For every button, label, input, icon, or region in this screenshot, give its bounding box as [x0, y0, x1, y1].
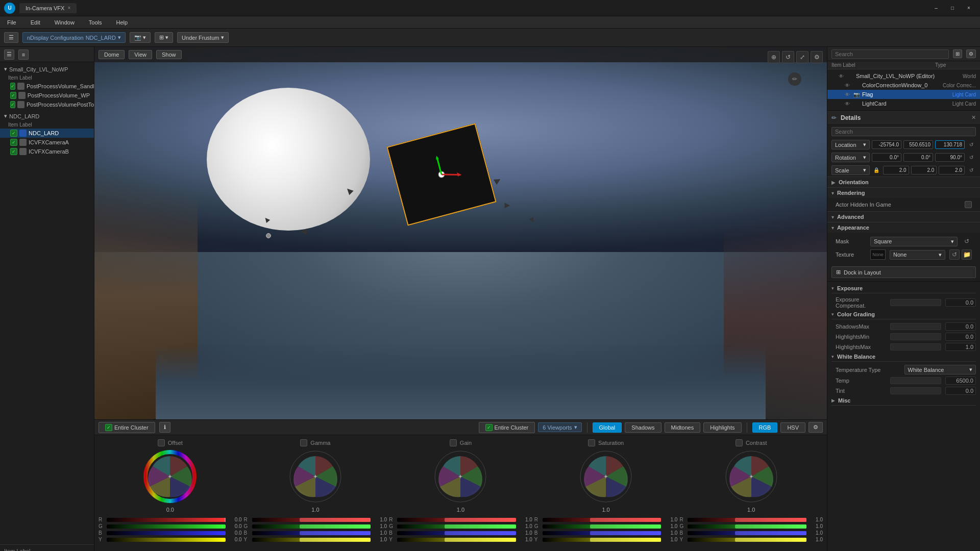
- eye-ccw[interactable]: 👁: [844, 82, 851, 89]
- sidebar-toggle-button[interactable]: ☰: [4, 32, 18, 43]
- viewport-area[interactable]: Dome View Show ⊕ ↺ ⤢ ⚙: [94, 47, 827, 419]
- sat-b-track[interactable]: [543, 531, 662, 535]
- tree-item-ndclard[interactable]: ✓ NDC_LARD: [0, 129, 94, 138]
- rendering-section-row[interactable]: ▾ Rendering: [827, 187, 980, 198]
- texture-refresh-button[interactable]: ↺: [949, 249, 960, 260]
- dome-button[interactable]: Dome: [99, 50, 125, 59]
- tab-close-icon[interactable]: ×: [67, 5, 70, 11]
- viewport-icon-expand[interactable]: ⤢: [796, 51, 808, 63]
- ndisplay-config-button[interactable]: nDisplay Configuration NDC_LARD ▾: [22, 32, 126, 43]
- scale-x-input[interactable]: [883, 166, 909, 174]
- rotation-reset-button[interactable]: ↺: [967, 153, 976, 162]
- gamma-b-track[interactable]: [252, 531, 371, 535]
- contrast-checkbox[interactable]: [736, 439, 743, 446]
- contrast-y-track[interactable]: [688, 538, 806, 542]
- minimize-button[interactable]: –: [929, 3, 943, 13]
- cam-flag[interactable]: 📷: [853, 91, 860, 98]
- contrast-b-track[interactable]: [688, 531, 806, 535]
- contrast-r-track[interactable]: [688, 518, 806, 522]
- viewport-count-button[interactable]: 6 Viewports ▾: [538, 422, 581, 432]
- scale-lock-button[interactable]: 🔒: [872, 166, 881, 175]
- offset-r-track[interactable]: [107, 518, 226, 522]
- orientation-section-row[interactable]: ▶ Orientation: [827, 177, 980, 187]
- tab-global[interactable]: Global: [593, 422, 622, 433]
- viewport-cluster-checkbox[interactable]: ✓: [485, 424, 493, 431]
- shadows-max-bar[interactable]: [890, 323, 942, 330]
- entire-cluster-button[interactable]: ✓ Entire Cluster: [99, 422, 155, 433]
- temperature-type-dropdown[interactable]: White Balance ▾: [904, 365, 976, 374]
- appearance-section-row[interactable]: ▾ Appearance: [827, 222, 980, 233]
- exposure-comp-bar[interactable]: [890, 299, 942, 306]
- highlights-min-bar[interactable]: [890, 333, 942, 340]
- menu-tools[interactable]: Tools: [86, 18, 105, 27]
- cam-ccw[interactable]: [853, 82, 860, 89]
- dock-layout-button[interactable]: ⊞ Dock in Layout: [831, 266, 976, 278]
- scale-dropdown[interactable]: Scale ▾: [831, 165, 870, 175]
- camera-config-button[interactable]: 📷 ▾: [130, 32, 151, 43]
- highlights-max-bar[interactable]: [890, 343, 942, 350]
- texture-browse-button[interactable]: 📁: [962, 249, 972, 260]
- gain-b-track[interactable]: [397, 531, 516, 535]
- tree-item-ppvolume3[interactable]: ✓ PostProcessVolumePostTog: [0, 100, 94, 109]
- gain-checkbox[interactable]: [450, 439, 457, 446]
- offset-g-track[interactable]: [107, 524, 226, 529]
- left-panel-toggle[interactable]: ☰: [4, 49, 14, 60]
- outliner-row-lightcard[interactable]: 👁 LightCard Light Card: [827, 99, 980, 108]
- viewport-icon-refresh[interactable]: ↺: [782, 51, 794, 63]
- left-panel-settings[interactable]: ≡: [18, 49, 29, 60]
- eye-flag[interactable]: 👁: [844, 91, 851, 98]
- tint-bar[interactable]: [890, 387, 942, 394]
- frustum-button[interactable]: Under Frustum ▾: [177, 32, 229, 43]
- app-tab[interactable]: In-Camera VFX ×: [19, 3, 77, 13]
- tree-item-ppvolume2[interactable]: ✓ PostProcessVolume_WP: [0, 91, 94, 100]
- view-button[interactable]: View: [129, 50, 152, 59]
- white-balance-section-header[interactable]: ▾ White Balance: [831, 352, 976, 362]
- rotation-dropdown[interactable]: Rotation ▾: [831, 153, 870, 162]
- checkbox-icvfxa[interactable]: ✓: [10, 139, 17, 146]
- mask-dropdown[interactable]: Square ▾: [870, 237, 958, 246]
- close-button[interactable]: ×: [962, 3, 976, 13]
- tab-shadows[interactable]: Shadows: [625, 422, 661, 433]
- hsv-button[interactable]: HSV: [780, 422, 805, 433]
- tab-highlights[interactable]: Highlights: [703, 422, 741, 433]
- tree-item-icvfxb[interactable]: ✓ ICVFXCameraB: [0, 147, 94, 156]
- gain-y-track[interactable]: [397, 538, 516, 542]
- offset-checkbox[interactable]: [158, 439, 165, 446]
- outliner-view-button[interactable]: ⊞: [953, 49, 962, 58]
- details-close-button[interactable]: ✕: [971, 114, 976, 121]
- scale-reset-button[interactable]: ↺: [967, 166, 976, 175]
- rotation-y-input[interactable]: [903, 153, 933, 162]
- outliner-settings-button[interactable]: ⚙: [966, 49, 976, 58]
- location-dropdown[interactable]: Location ▾: [831, 140, 870, 149]
- gamma-r-track[interactable]: [252, 518, 371, 522]
- scale-z-input[interactable]: [939, 166, 965, 174]
- gamma-checkbox[interactable]: [300, 439, 307, 446]
- sat-g-track[interactable]: [543, 524, 662, 529]
- pen-icon-overlay[interactable]: ✏: [788, 72, 801, 86]
- viewport-cluster-btn[interactable]: ✓ Entire Cluster: [479, 422, 535, 433]
- cam-lightcard[interactable]: [853, 100, 860, 107]
- viewport-icon-settings[interactable]: ⚙: [811, 51, 823, 63]
- tree-section-header-smallcity[interactable]: ▾ Small_City_LVL_NoWP: [0, 64, 94, 74]
- rgb-button[interactable]: RGB: [752, 422, 778, 433]
- contrast-g-track[interactable]: [688, 524, 806, 529]
- color-settings-button[interactable]: ⚙: [808, 422, 823, 433]
- scale-y-input[interactable]: [911, 166, 937, 174]
- texture-dropdown[interactable]: None ▾: [890, 250, 945, 260]
- cluster-checkbox[interactable]: ✓: [105, 424, 112, 431]
- gain-r-track[interactable]: [397, 518, 516, 522]
- tree-item-icvfxa[interactable]: ✓ ICVFXCameraA: [0, 138, 94, 147]
- menu-window[interactable]: Window: [52, 18, 78, 27]
- show-button[interactable]: Show: [156, 50, 182, 59]
- maximize-button[interactable]: □: [945, 3, 960, 13]
- menu-file[interactable]: File: [4, 18, 19, 27]
- viewport-config-button[interactable]: ⊞ ▾: [155, 32, 173, 43]
- temp-bar[interactable]: [890, 377, 942, 384]
- sat-r-track[interactable]: [543, 518, 662, 522]
- checkbox-icvfxb[interactable]: ✓: [10, 148, 17, 155]
- tab-midtones[interactable]: Midtones: [665, 422, 701, 433]
- outliner-search-input[interactable]: [831, 49, 949, 59]
- checkbox-ppv3[interactable]: ✓: [10, 101, 15, 108]
- cluster-info-button[interactable]: ℹ: [159, 422, 170, 433]
- saturation-checkbox[interactable]: [588, 439, 595, 446]
